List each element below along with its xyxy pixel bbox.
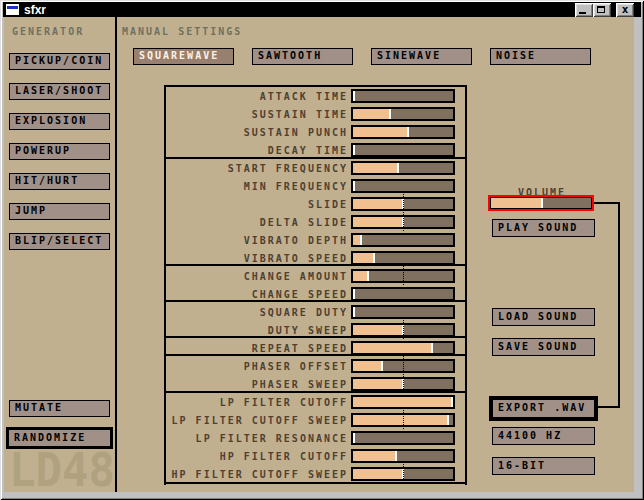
slider-hp-filter-cutoff[interactable]: [351, 449, 455, 463]
slider-label-change-speed: CHANGE SPEED: [252, 290, 348, 300]
bit-depth-button[interactable]: 16-BIT: [492, 457, 595, 475]
wave-button-squarewave[interactable]: SQUAREWAVE: [133, 48, 234, 65]
wave-button-sinewave[interactable]: SINEWAVE: [371, 48, 472, 65]
slider-marker-sustain-punch: [407, 127, 409, 137]
slider-fill-phaser-sweep: [353, 379, 402, 389]
slider-sustain-punch[interactable]: [351, 125, 455, 139]
slider-label-sustain-punch: SUSTAIN PUNCH: [244, 128, 348, 138]
slider-group-line: [164, 85, 467, 87]
slider-center-line-delta-slide: [403, 212, 404, 232]
ld48-watermark: LD48: [9, 450, 115, 490]
generator-button-pickup-coin[interactable]: PICKUP/COIN: [9, 53, 110, 70]
sample-rate-button[interactable]: 44100 HZ: [492, 427, 595, 445]
slider-label-decay-time: DECAY TIME: [268, 146, 348, 156]
wave-button-noise[interactable]: NOISE: [490, 48, 591, 65]
slider-marker-min-frequency: [353, 181, 355, 191]
app-icon: [6, 4, 19, 15]
slider-group-line: [164, 157, 467, 159]
slider-lp-filter-cutoff[interactable]: [351, 395, 455, 409]
slider-marker-change-speed: [353, 289, 355, 299]
slider-label-attack-time: ATTACK TIME: [260, 92, 348, 102]
generator-button-jump[interactable]: JUMP: [9, 203, 110, 220]
slider-group-line: [164, 85, 166, 485]
slider-label-phaser-sweep: PHASER SWEEP: [252, 380, 348, 390]
load-sound-button[interactable]: LOAD SOUND: [492, 308, 595, 326]
slider-label-square-duty: SQUARE DUTY: [260, 308, 348, 318]
slider-sustain-time[interactable]: [351, 107, 455, 121]
app-icon-titlebar-stripe: [7, 6, 18, 9]
volume-slider-fill: [491, 198, 541, 208]
generator-button-blip-select[interactable]: BLIP/SELECT: [9, 233, 110, 250]
volume-slider[interactable]: [490, 197, 592, 209]
window-title: sfxr: [24, 3, 46, 17]
slider-marker-hp-filter-cutoff: [395, 451, 397, 461]
slider-vibrato-speed[interactable]: [351, 251, 455, 265]
slider-vibrato-depth[interactable]: [351, 233, 455, 247]
slider-attack-time[interactable]: [351, 89, 455, 103]
slider-label-hp-filter-cutoff: HP FILTER CUTOFF: [220, 452, 348, 462]
sidebar-divider: [115, 17, 117, 492]
slider-label-vibrato-depth: VIBRATO DEPTH: [244, 236, 348, 246]
play-sound-button[interactable]: PLAY SOUND: [492, 219, 595, 237]
minimize-icon: [579, 12, 586, 14]
slider-marker-start-frequency: [397, 163, 399, 173]
slider-min-frequency[interactable]: [351, 179, 455, 193]
slider-group-line: [465, 85, 467, 485]
generator-button-laser-shoot[interactable]: LASER/SHOOT: [9, 83, 110, 100]
maximize-icon: [597, 6, 605, 13]
slider-label-sustain-time: SUSTAIN TIME: [252, 110, 348, 120]
slider-start-frequency[interactable]: [351, 161, 455, 175]
generator-heading: GENERATOR: [12, 27, 84, 37]
save-sound-button[interactable]: SAVE SOUND: [492, 338, 595, 356]
slider-center-line-phaser-offset: [403, 356, 404, 376]
maximize-button[interactable]: [593, 3, 611, 17]
generator-button-hit-hurt[interactable]: HIT/HURT: [9, 173, 110, 190]
titlebar[interactable]: sfxr x: [3, 2, 641, 17]
wave-button-sawtooth[interactable]: SAWTOOTH: [252, 48, 353, 65]
slider-label-lp-filter-resonance: LP FILTER RESONANCE: [196, 434, 348, 444]
slider-fill-hp-filter-cutoff: [353, 451, 395, 461]
close-button[interactable]: x: [616, 3, 634, 17]
slider-decay-time[interactable]: [351, 143, 455, 157]
close-icon: x: [616, 3, 634, 16]
slider-lp-filter-resonance[interactable]: [351, 431, 455, 445]
slider-label-lp-filter-cutoff: LP FILTER CUTOFF: [220, 398, 348, 408]
slider-marker-repeat-speed: [431, 343, 433, 353]
slider-label-slide: SLIDE: [308, 200, 348, 210]
slider-change-speed[interactable]: [351, 287, 455, 301]
slider-fill-hp-filter-cutoff-sweep: [353, 469, 402, 479]
generator-button-powerup[interactable]: POWERUP: [9, 143, 110, 160]
slider-repeat-speed[interactable]: [351, 341, 455, 355]
slider-marker-attack-time: [353, 91, 355, 101]
slider-label-min-frequency: MIN FREQUENCY: [244, 182, 348, 192]
slider-center-line-hp-filter-cutoff-sweep: [403, 464, 404, 484]
slider-fill-phaser-offset: [353, 361, 381, 371]
slider-label-phaser-offset: PHASER OFFSET: [244, 362, 348, 372]
slider-fill-lp-filter-cutoff-sweep: [353, 415, 447, 425]
slider-fill-sustain-punch: [353, 127, 407, 137]
slider-marker-lp-filter-cutoff: [451, 397, 453, 407]
slider-center-line-slide: [403, 194, 404, 214]
slider-square-duty[interactable]: [351, 305, 455, 319]
volume-wire: [594, 202, 620, 204]
slider-fill-vibrato-depth: [353, 235, 360, 245]
slider-center-line-lp-filter-cutoff-sweep: [403, 410, 404, 430]
slider-label-change-amount: CHANGE AMOUNT: [244, 272, 348, 282]
slider-marker-square-duty: [353, 307, 355, 317]
slider-label-hp-filter-cutoff-sweep: HP FILTER CUTOFF SWEEP: [172, 470, 348, 480]
slider-fill-slide: [353, 199, 402, 209]
slider-fill-start-frequency: [353, 163, 397, 173]
slider-marker-phaser-offset: [381, 361, 383, 371]
slider-fill-sustain-time: [353, 109, 389, 119]
volume-wire: [618, 202, 620, 408]
slider-label-vibrato-speed: VIBRATO SPEED: [244, 254, 348, 264]
slider-label-lp-filter-cutoff-sweep: LP FILTER CUTOFF SWEEP: [172, 416, 348, 426]
generator-button-explosion[interactable]: EXPLOSION: [9, 113, 110, 130]
minimize-button[interactable]: [575, 3, 593, 17]
slider-marker-change-amount: [367, 271, 369, 281]
slider-marker-sustain-time: [389, 109, 391, 119]
slider-marker-vibrato-depth: [360, 235, 362, 245]
mutate-button[interactable]: MUTATE: [9, 400, 110, 417]
manual-settings-heading: MANUAL SETTINGS: [122, 27, 242, 37]
export-wav-button[interactable]: EXPORT .WAV: [493, 400, 594, 417]
